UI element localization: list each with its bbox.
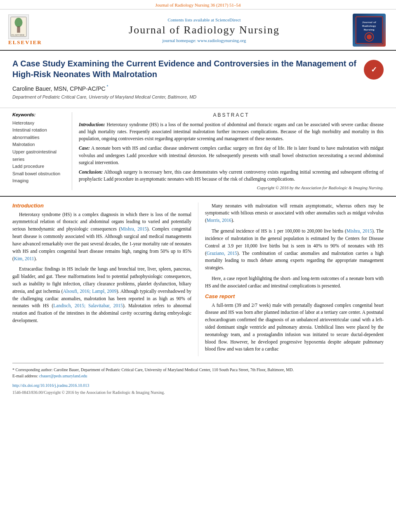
- homepage-link[interactable]: www.radiologynursing.org: [197, 38, 246, 43]
- keyword-ladd: Ladd procedure: [12, 163, 67, 170]
- elsevier-wordmark: ELSEVIER: [8, 39, 58, 46]
- abstract-conclusion-text: Although surgery is necessary here, this…: [79, 169, 384, 181]
- keyword-intestinal: Intestinal rotation abnormalities: [12, 127, 67, 141]
- footnote-email: E-mail address: cbauer@peds.umaryland.ed…: [12, 373, 384, 379]
- journal-badge-area: Journal of Radiology Nursing: [351, 14, 388, 47]
- contents-available-line: Contents lists available at ScienceDirec…: [62, 17, 346, 22]
- svg-text:Nursing: Nursing: [364, 28, 375, 31]
- footnote-text: * Corresponding author: Caroline Bauer, …: [12, 367, 384, 373]
- keywords-label: Keywords:: [12, 112, 67, 117]
- author-name: Caroline Bauer, MSN, CPNP-AC/PC: [12, 85, 106, 92]
- right-para-1: Many neonates with malrotation will rema…: [205, 202, 384, 224]
- issn-line: 1546-0843/836.00/Copyright © 2016 by the…: [0, 389, 396, 397]
- journal-title: Journal of Radiology Nursing: [62, 24, 346, 36]
- keywords-column: Keywords: Heterotaxy Intestinal rotation…: [12, 112, 72, 190]
- elsevier-icon: ELSEVIER: [8, 14, 29, 39]
- homepage-line: journal homepage: www.radiologynursing.o…: [62, 38, 346, 43]
- keyword-heterotaxy: Heterotaxy: [12, 120, 67, 127]
- abstract-conclusion: Conclusion: Although surgery is necessar…: [79, 169, 384, 183]
- doi-url[interactable]: http://dx.doi.org/10.1016/j.jradnu.2016.…: [12, 383, 89, 388]
- elsevier-logo-area: ELSEVIER ELSEVIER: [8, 14, 58, 46]
- journal-ref-text: Journal of Radiology Nursing 36 (2017) 5…: [155, 2, 240, 7]
- abstract-intro-text: Heterotaxy syndrome (HS) is a loss of th…: [79, 122, 384, 141]
- main-content: Introduction Heterotaxy syndrome (HS) is…: [0, 197, 396, 363]
- svg-text:Journal of: Journal of: [362, 21, 376, 24]
- footnote-corresponding: * Corresponding author: Caroline Bauer, …: [12, 367, 294, 372]
- page-header: ELSEVIER ELSEVIER Contents lists availab…: [0, 9, 396, 51]
- abstract-title: ABSTRACT: [79, 112, 384, 118]
- svg-point-1: [14, 18, 22, 27]
- footnote-section: * Corresponding author: Caroline Bauer, …: [12, 363, 384, 381]
- svg-point-10: [367, 34, 372, 39]
- author-line: Caroline Bauer, MSN, CPNP-AC/PC *: [12, 85, 384, 92]
- right-para-3: Here, a case report highlighting the sho…: [205, 275, 384, 290]
- svg-text:✓: ✓: [371, 66, 377, 74]
- author-sup: *: [106, 85, 108, 89]
- keyword-malrotation: Malrotation: [12, 141, 67, 148]
- svg-text:ELSEVIER: ELSEVIER: [12, 33, 25, 36]
- journal-header-center: Contents lists available at ScienceDirec…: [62, 17, 346, 43]
- svg-rect-2: [17, 26, 20, 33]
- abstract-introduction: Introduction: Heterotaxy syndrome (HS) i…: [79, 121, 384, 143]
- case-report-para: A full-term (39 and 2/7 week) male with …: [205, 302, 384, 353]
- keyword-imaging: Imaging: [12, 177, 67, 185]
- article-title-section: A Case Study Examining the Current Evide…: [0, 51, 396, 108]
- email-label: E-mail address:: [12, 374, 38, 378]
- email-link[interactable]: cbauer@peds.umaryland.edu: [39, 374, 87, 378]
- keyword-upper-gi: Upper gastrointestinal series: [12, 148, 67, 163]
- right-column: Many neonates with malrotation will rema…: [198, 202, 384, 357]
- intro-para-1: Heterotaxy syndrome (HS) is a complex di…: [12, 211, 191, 263]
- article-title: A Case Study Examining the Current Evide…: [12, 58, 357, 80]
- issn-text: 1546-0843/836.00/Copyright © 2016 by the…: [12, 390, 165, 395]
- svg-text:Radiology: Radiology: [362, 24, 376, 27]
- keyword-small-bowel: Small bowel obstruction: [12, 170, 67, 178]
- intro-para-2: Extracardiac findings in HS include the …: [12, 266, 191, 325]
- introduction-heading: Introduction: [12, 202, 191, 209]
- abstract-copyright: Copyright © 2016 by the Association for …: [79, 186, 384, 190]
- case-report-heading: Case report: [205, 293, 384, 299]
- journal-reference: Journal of Radiology Nursing 36 (2017) 5…: [0, 0, 396, 9]
- journal-badge: Journal of Radiology Nursing: [353, 14, 386, 47]
- affiliation: Department of Pediatric Critical Care, U…: [12, 94, 384, 99]
- sciencedirect-link[interactable]: ScienceDirect: [215, 17, 241, 22]
- doi-line[interactable]: http://dx.doi.org/10.1016/j.jradnu.2016.…: [0, 381, 396, 389]
- crossmark-badge[interactable]: ✓: [364, 60, 384, 80]
- abstract-section: Keywords: Heterotaxy Intestinal rotation…: [0, 108, 396, 197]
- contents-text: Contents lists available at: [167, 17, 214, 22]
- abstract-content: ABSTRACT Introduction: Heterotaxy syndro…: [79, 112, 384, 190]
- abstract-case-text: A neonate born with HS and cardiac disea…: [79, 146, 384, 165]
- left-column: Introduction Heterotaxy syndrome (HS) is…: [12, 202, 198, 357]
- right-para-2: The general incidence of HS is 1 per 100…: [205, 228, 384, 272]
- homepage-text: journal homepage:: [162, 38, 196, 43]
- abstract-case: Case: A neonate born with HS and cardiac…: [79, 145, 384, 166]
